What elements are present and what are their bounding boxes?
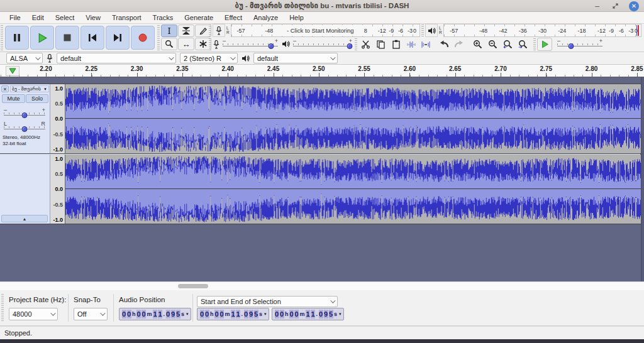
fit-selection-button[interactable] xyxy=(501,38,515,51)
timefield-digit[interactable]: 9 xyxy=(324,310,328,318)
play-at-speed-grip[interactable] xyxy=(533,38,536,51)
track-gain-thumb[interactable] xyxy=(22,112,28,118)
timefield-digit[interactable]: 1 xyxy=(153,310,157,318)
fit-project-button[interactable] xyxy=(516,38,530,51)
play-button[interactable] xyxy=(30,26,54,50)
waveform-left-channel[interactable] xyxy=(65,84,641,153)
timefield-digit[interactable]: 1 xyxy=(158,310,162,318)
horizontal-scrollbar[interactable] xyxy=(0,281,644,290)
timefield-digit[interactable]: 0 xyxy=(294,310,299,318)
recording-volume-thumb[interactable] xyxy=(269,43,274,49)
play-speed-slider[interactable]: –+ xyxy=(557,40,602,50)
timefield-unit[interactable]: s xyxy=(334,311,337,317)
track-title-menu[interactable]: ბუ - მთვარის ▼ xyxy=(10,85,49,92)
menu-item-help[interactable]: Help xyxy=(284,13,309,23)
menu-item-transport[interactable]: Transport xyxy=(106,13,147,23)
zoom-in-button[interactable] xyxy=(470,38,485,51)
recording-meter-mic-button[interactable] xyxy=(213,24,225,37)
timefield-digit[interactable]: 0 xyxy=(142,310,146,318)
recording-channels-select[interactable]: 2 (Stereo) R xyxy=(180,53,238,63)
tools-toolbar-grip[interactable] xyxy=(157,25,160,51)
maximize-button[interactable] xyxy=(611,1,620,11)
audio-track[interactable]: × ბუ - მთვარის ▼ Mute Solo – + L R Stere… xyxy=(0,84,641,224)
playback-meter-speaker-button[interactable] xyxy=(425,24,438,37)
undo-button[interactable] xyxy=(436,38,451,51)
record-button[interactable] xyxy=(131,26,155,50)
menu-item-analyze[interactable]: Analyze xyxy=(248,13,284,23)
redo-button[interactable] xyxy=(452,38,466,51)
timefield-digit[interactable]: 5 xyxy=(254,310,258,318)
envelope-tool-button[interactable] xyxy=(178,24,194,37)
timefield-digit[interactable]: 9 xyxy=(249,310,253,318)
skip-to-start-button[interactable] xyxy=(80,26,104,50)
timefield-digit[interactable]: 0 xyxy=(289,310,294,318)
recording-meter-scale[interactable]: 0-3-6-9-12-18-24-30-36-42-48-57 - Click … xyxy=(231,24,420,37)
trim-audio-button[interactable] xyxy=(404,38,418,51)
pause-button[interactable] xyxy=(5,26,29,50)
menu-item-generate[interactable]: Generate xyxy=(179,13,219,23)
vertical-scrollbar[interactable] xyxy=(641,77,644,281)
mute-button[interactable]: Mute xyxy=(2,94,25,103)
timefield-digit[interactable]: 0 xyxy=(127,310,131,318)
timefield-unit[interactable]: . xyxy=(164,311,165,317)
timefield-digit[interactable]: 0 xyxy=(280,310,284,318)
audio-position-field[interactable]: 00h00m11.095s▾ xyxy=(119,308,191,320)
zoom-tool-button[interactable] xyxy=(161,38,177,50)
menu-item-effect[interactable]: Effect xyxy=(219,13,248,23)
track-collapse-button[interactable]: ▲ xyxy=(1,215,48,222)
playback-volume-thumb[interactable] xyxy=(347,43,353,49)
channel-left[interactable]: 1.00.50.0-0.5-1.0 xyxy=(50,84,641,153)
audio-host-select[interactable]: ALSA xyxy=(6,53,43,63)
playback-volume-slider[interactable]: –+ xyxy=(293,40,352,50)
track-close-button[interactable]: × xyxy=(1,85,9,92)
menu-bar[interactable]: FileEditSelectViewTransportTracksGenerat… xyxy=(0,12,644,24)
track-gain-slider[interactable]: – + xyxy=(4,109,45,119)
menu-item-tracks[interactable]: Tracks xyxy=(147,13,179,23)
project-rate-select[interactable]: 48000 xyxy=(9,308,58,320)
timefield-digit[interactable]: 0 xyxy=(166,310,170,318)
timefield-caret-icon[interactable]: ▾ xyxy=(339,312,341,317)
play-speed-thumb[interactable] xyxy=(568,43,574,49)
track-pan-slider[interactable]: L R xyxy=(4,123,45,133)
track-area[interactable]: × ბუ - მთვარის ▼ Mute Solo – + L R Stere… xyxy=(0,77,644,281)
transport-toolbar-grip[interactable] xyxy=(1,25,3,51)
menu-item-file[interactable]: File xyxy=(4,13,26,23)
timefield-digit[interactable]: 5 xyxy=(176,310,180,318)
copy-button[interactable] xyxy=(374,38,388,51)
title-bar[interactable]: ბუ - მთვარის თბილისი bu - mtvaris tbilis… xyxy=(0,0,644,12)
playback-meter-scale[interactable]: 0-3-6-9-12-18-24-30-36-42-48-57 xyxy=(443,24,641,37)
playback-meter[interactable]: LR 0-3-6-9-12-18-24-30-36-42-48-57 xyxy=(425,24,641,37)
timefield-unit[interactable]: h xyxy=(132,311,136,317)
timefield-digit[interactable]: 0 xyxy=(205,310,209,318)
menu-item-select[interactable]: Select xyxy=(50,13,80,23)
menu-item-view[interactable]: View xyxy=(80,13,106,23)
timefield-digit[interactable]: 0 xyxy=(275,310,279,318)
timefield-caret-icon[interactable]: ▾ xyxy=(264,312,267,317)
waveform-right-channel[interactable] xyxy=(65,155,641,224)
timefield-digit[interactable]: 0 xyxy=(122,310,126,318)
cut-button[interactable] xyxy=(358,38,373,51)
timefield-unit[interactable]: m xyxy=(225,311,230,317)
playback-meter-grip[interactable] xyxy=(421,24,424,37)
selection-toolbar-grip[interactable] xyxy=(1,294,4,322)
selection-mode-select[interactable]: Start and End of Selection xyxy=(197,296,338,307)
timefield-digit[interactable]: 0 xyxy=(319,310,323,318)
snap-to-select[interactable]: Off xyxy=(74,308,108,320)
timefield-digit[interactable]: 0 xyxy=(214,310,219,318)
timefield-digit[interactable]: 1 xyxy=(306,310,310,318)
timefield-unit[interactable]: h xyxy=(210,311,214,317)
timefield-unit[interactable]: m xyxy=(147,311,152,317)
timefield-digit[interactable]: 0 xyxy=(244,310,248,318)
zoom-out-button[interactable] xyxy=(486,38,500,51)
play-at-speed-button[interactable] xyxy=(537,38,552,51)
timefield-caret-icon[interactable]: ▾ xyxy=(186,312,189,317)
recording-volume-slider[interactable]: –+ xyxy=(223,40,278,50)
timefield-unit[interactable]: . xyxy=(316,311,318,317)
paste-button[interactable] xyxy=(389,38,403,51)
channel-right[interactable]: 1.00.50.0-0.5-1.0 xyxy=(50,155,641,224)
recording-meter[interactable]: LR 0-3-6-9-12-18-24-30-36-42-48-57 - Cli… xyxy=(213,24,420,37)
silence-audio-button[interactable] xyxy=(418,38,433,51)
mixer-toolbar-grip[interactable] xyxy=(209,38,211,51)
horizontal-scrollbar-thumb[interactable] xyxy=(178,284,208,288)
timefield-digit[interactable]: 9 xyxy=(171,310,175,318)
